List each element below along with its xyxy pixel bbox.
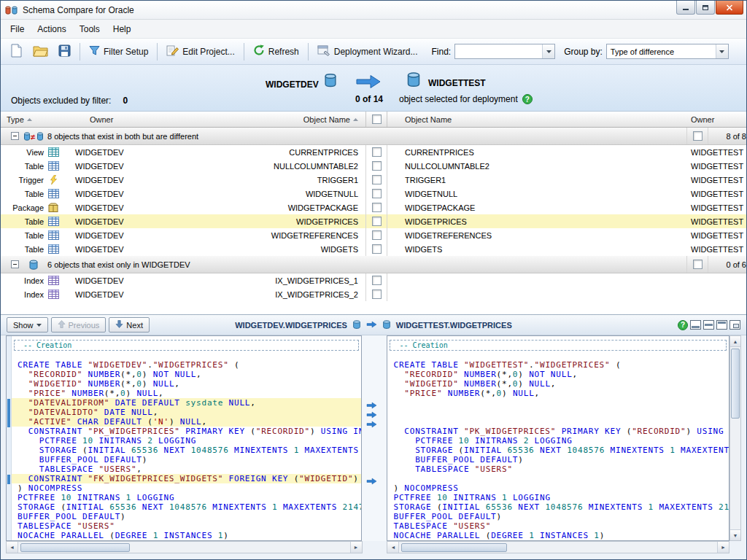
row-checkbox[interactable]	[372, 175, 382, 184]
scroll-up-icon[interactable]: ▲	[730, 336, 740, 347]
group-by-dropdown-icon[interactable]	[716, 44, 728, 58]
row-checkbox[interactable]	[372, 289, 382, 299]
scroll-down-icon[interactable]: ▼	[730, 529, 740, 540]
find-dropdown-icon[interactable]	[542, 44, 554, 58]
grid-row[interactable]: TableWIDGETDEVNULLCOLUMNTABLE2NULLCOLUMN…	[1, 159, 746, 173]
collapse-grid-pane-icon[interactable]	[690, 320, 701, 330]
difference-arrow-icon	[366, 321, 377, 330]
sql-line: NOCACHE PARALLEL (DEGREE 1 INSTANCES 1)	[387, 531, 729, 540]
grid-row[interactable]: PackageWIDGETDEVWIDGETPACKAGEWIDGETPACKA…	[1, 201, 746, 214]
target-object-fullname: WIDGETTEST.WIDGETPRICES	[396, 321, 512, 330]
source-object-name: NULLCOLUMNTABLE2	[169, 162, 365, 171]
scroll-left-icon[interactable]: ◄	[387, 542, 399, 553]
menu-file[interactable]: File	[4, 21, 31, 37]
diff-overview-margin[interactable]	[7, 336, 12, 540]
grid-row[interactable]: TriggerWIDGETDEVTRIGGER1TRIGGER1WIDGETTE…	[1, 173, 746, 187]
grid-row[interactable]: TableWIDGETDEVWIDGETPRICESWIDGETPRICESWI…	[1, 214, 746, 228]
group-row[interactable]: ≠8 objects that exist in both but are di…	[1, 128, 746, 145]
row-checkbox[interactable]	[372, 244, 382, 254]
sql-line: NOCACHE PARALLEL (DEGREE 1 INSTANCES 1)	[12, 531, 361, 540]
sql-section-header[interactable]: -- Creation	[14, 340, 359, 351]
minimize-button[interactable]	[676, 1, 695, 15]
show-menu-button[interactable]: Show	[7, 317, 48, 332]
horizontal-scrollbars: ◄ ► ◄ ►	[1, 541, 746, 553]
help-icon[interactable]: ?	[522, 94, 533, 104]
group-checkbox[interactable]	[693, 260, 703, 269]
refresh-button[interactable]: Refresh	[248, 42, 304, 61]
scroll-right-icon[interactable]: ►	[350, 542, 362, 553]
column-header-type-label: Type	[7, 115, 24, 124]
source-horizontal-scrollbar[interactable]: ◄ ►	[6, 541, 363, 553]
open-folder-icon	[33, 44, 48, 59]
find-combobox[interactable]	[454, 44, 555, 59]
app-icon	[4, 4, 19, 16]
target-owner: WIDGETTEST	[689, 217, 746, 226]
row-checkbox[interactable]	[372, 147, 382, 157]
new-project-button[interactable]	[5, 42, 28, 62]
group-collapse-toggle[interactable]	[11, 260, 19, 268]
open-project-button[interactable]	[28, 42, 53, 61]
scrollbar-thumb[interactable]	[401, 543, 507, 552]
save-project-button[interactable]	[53, 42, 76, 61]
row-checkbox[interactable]	[372, 276, 382, 285]
row-checkbox-cell	[365, 273, 387, 287]
grid-row[interactable]: TableWIDGETDEVWIDGETNULLWIDGETNULLWIDGET…	[1, 187, 746, 201]
column-header-owner-target[interactable]: Owner	[689, 115, 746, 124]
target-horizontal-scrollbar[interactable]: ◄ ►	[387, 541, 729, 553]
next-label: Next	[126, 321, 143, 330]
maximize-button[interactable]	[696, 1, 715, 15]
titlebar[interactable]: Schema Compare for Oracle	[1, 1, 746, 20]
find-label: Find:	[431, 47, 451, 57]
scroll-left-icon[interactable]: ◄	[7, 542, 18, 553]
grid-row[interactable]: ViewWIDGETDEVCURRENTPRICESCURRENTPRICESW…	[1, 145, 746, 159]
collapse-sql-pane-icon[interactable]	[703, 320, 714, 330]
column-header-owner-source[interactable]: Owner	[61, 115, 169, 124]
menu-actions[interactable]: Actions	[31, 21, 72, 37]
row-checkbox[interactable]	[372, 203, 382, 212]
row-checkbox[interactable]	[372, 230, 382, 240]
column-header-object-name-source[interactable]: Object Name	[169, 115, 365, 124]
deployment-wizard-button[interactable]: Deployment Wizard...	[312, 43, 423, 61]
group-collapse-toggle[interactable]	[11, 132, 19, 140]
split-layout-icon[interactable]	[716, 320, 727, 330]
select-all-checkbox[interactable]	[372, 114, 382, 124]
group-checkbox[interactable]	[693, 131, 703, 141]
diff-arrow-icon[interactable]	[366, 418, 377, 431]
index-icon	[46, 289, 61, 299]
next-difference-button[interactable]: Next	[109, 317, 150, 332]
group-by-combobox[interactable]: Type of difference	[606, 44, 729, 59]
restore-layout-icon[interactable]	[729, 320, 740, 330]
scroll-right-icon[interactable]: ►	[717, 542, 729, 553]
target-sql-pane[interactable]: -- Creation CREATE TABLE "WIDGETTEST"."W…	[387, 335, 729, 541]
row-checkbox[interactable]	[372, 189, 382, 198]
column-header-type[interactable]: Type	[1, 115, 61, 124]
sql-section-header[interactable]: -- Creation	[390, 340, 727, 351]
row-checkbox[interactable]	[372, 217, 382, 226]
sql-line: "DATEVALIDTO" DATE NULL,	[12, 408, 361, 417]
previous-difference-button[interactable]: Previous	[51, 317, 107, 332]
scrollbar-thumb[interactable]	[731, 349, 740, 419]
column-header-object-name-target[interactable]: Object Name	[387, 115, 689, 124]
grid-row[interactable]: TableWIDGETDEVWIDGETSWIDGETSWIDGETTEST	[1, 242, 746, 256]
find-input[interactable]	[455, 47, 542, 56]
source-sql-pane[interactable]: -- Creation CREATE TABLE "WIDGETDEV"."WI…	[6, 335, 362, 541]
scrollbar-thumb[interactable]	[20, 543, 130, 552]
diff-arrow-icon[interactable]	[366, 475, 377, 488]
help-icon[interactable]: ?	[678, 320, 688, 330]
grid-row[interactable]: TableWIDGETDEVWIDGETREFERENCESWIDGETREFE…	[1, 228, 746, 242]
menu-tools[interactable]: Tools	[73, 21, 107, 37]
target-owner: WIDGETTEST	[689, 176, 746, 184]
grid-row[interactable]: IndexWIDGETDEVIX_WIDGETPRICES_1	[1, 273, 746, 287]
sql-line: CREATE TABLE "WIDGETDEV"."WIDGETPRICES" …	[12, 360, 361, 370]
row-checkbox[interactable]	[372, 161, 382, 171]
column-header-checkbox[interactable]	[365, 112, 387, 127]
edit-project-button[interactable]: Edit Project...	[161, 42, 239, 61]
close-button[interactable]	[716, 1, 743, 15]
grid-row[interactable]: IndexWIDGETDEVIX_WIDGETPRICES_2	[1, 287, 746, 301]
menu-help[interactable]: Help	[107, 21, 138, 37]
source-object-name: WIDGETREFERENCES	[169, 231, 365, 240]
group-row[interactable]: 6 objects that exist only in WIDGETDEV0 …	[1, 256, 746, 273]
filter-setup-button[interactable]: Filter Setup	[84, 43, 153, 61]
vertical-scrollbar[interactable]: ▲ ▼	[729, 335, 741, 541]
excluded-count: 0	[123, 96, 128, 106]
